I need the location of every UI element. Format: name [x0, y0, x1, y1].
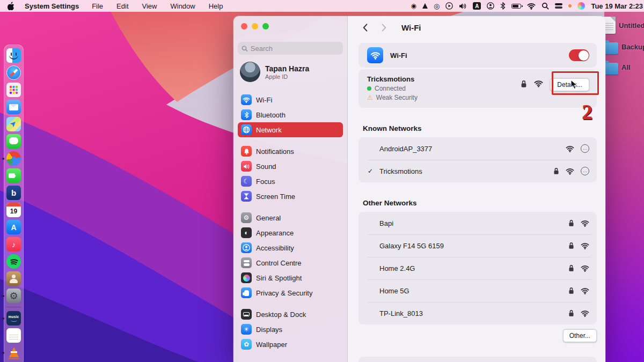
volume-icon[interactable]: [459, 3, 467, 10]
wifi-signal-icon: [581, 220, 589, 227]
settings-content: Wi-Fi Wi-Fi Tricksmotions Connected ⚠ We…: [348, 16, 605, 362]
network-row-galaxy[interactable]: Galaxy F14 5G 6159: [358, 234, 597, 257]
siri-icon[interactable]: [577, 2, 585, 10]
minimize-button[interactable]: [252, 23, 258, 29]
dock-mail-icon[interactable]: [6, 100, 21, 114]
network-row-home5g[interactable]: Home 5G: [358, 279, 597, 302]
dock-system-settings-icon[interactable]: ⚙: [6, 289, 21, 303]
dock-music-icon[interactable]: ♪: [6, 237, 21, 252]
record-icon[interactable]: ◉: [411, 2, 416, 10]
sidebar-item-focus[interactable]: ☾ Focus: [238, 174, 343, 189]
sidebar-item-label: Focus: [256, 178, 275, 186]
wifi-toggle-label: Wi-Fi: [390, 51, 562, 60]
control-center-icon[interactable]: [555, 3, 562, 9]
known-networks-heading: Known Networks: [363, 124, 597, 132]
wifi-icon: [241, 94, 252, 105]
network-row-tricksmotions[interactable]: ✓ Tricksmotions …: [358, 160, 597, 182]
moon-icon: ☾: [241, 176, 252, 187]
dock-vlc-icon[interactable]: [6, 345, 21, 360]
sidebar-item-accessibility[interactable]: Accessibility: [238, 240, 343, 255]
dock-amazon-music-icon[interactable]: music: [6, 311, 21, 326]
forward-button[interactable]: [382, 24, 386, 32]
dock-safari-icon[interactable]: [6, 65, 21, 80]
bluetooth-icon[interactable]: [500, 2, 506, 10]
lock-icon: [568, 264, 574, 272]
dock-facetime-icon[interactable]: [6, 168, 21, 183]
sidebar-item-bluetooth[interactable]: Bluetooth: [238, 107, 343, 122]
user-account-icon[interactable]: [487, 2, 494, 10]
desktop-icon-backup[interactable]: Backup: [602, 40, 644, 54]
dock-launchpad-icon[interactable]: [6, 83, 21, 97]
play-circle-icon[interactable]: [445, 2, 453, 10]
sidebar-item-label: Displays: [256, 326, 282, 334]
menu-bar-left: System Settings File Edit View Window He…: [0, 2, 236, 10]
dock-contacts-icon[interactable]: [6, 271, 21, 286]
search-input[interactable]: [251, 45, 339, 53]
network-row-androidap[interactable]: AndroidAP_3377 …: [358, 137, 597, 160]
menu-file[interactable]: File: [92, 2, 103, 10]
sidebar-item-control-centre[interactable]: Control Centre: [238, 255, 343, 270]
other-network-button[interactable]: Other...: [563, 329, 597, 342]
back-button[interactable]: [363, 24, 368, 32]
network-row-tplink[interactable]: TP-Link_8013: [358, 302, 597, 324]
vlc-cone-icon[interactable]: [422, 3, 428, 9]
sidebar-search[interactable]: [238, 42, 343, 55]
airplay-waves-icon[interactable]: ◎: [434, 2, 440, 10]
network-name: Galaxy F14 5G 6159: [379, 242, 568, 250]
lock-icon: [568, 242, 574, 249]
dock-notes-icon[interactable]: [6, 328, 21, 343]
check-icon: ✓: [368, 167, 379, 175]
sidebar-item-label: Wallpaper: [256, 341, 287, 349]
sidebar-item-general[interactable]: ⚙ General: [238, 210, 343, 225]
sidebar-item-label: Sound: [256, 162, 276, 171]
more-options-icon[interactable]: …: [581, 167, 589, 175]
wifi-status-icon[interactable]: [527, 3, 536, 10]
sidebar-item-desktop-dock[interactable]: Desktop & Dock: [238, 307, 343, 322]
menu-bar-clock[interactable]: Tue 19 Mar 2:23: [591, 2, 643, 10]
apple-id-profile[interactable]: Tapan Hazra Apple ID: [240, 62, 343, 82]
more-options-icon[interactable]: …: [581, 144, 589, 153]
control-centre-icon: [241, 257, 252, 268]
desktop-icon-label: Untitled: [619, 21, 644, 29]
dock-finder-icon[interactable]: [6, 48, 21, 63]
dock-messages-icon[interactable]: [6, 134, 21, 149]
sidebar-item-notifications[interactable]: Notifications: [238, 144, 343, 159]
close-button[interactable]: [241, 23, 247, 29]
wifi-app-icon: [367, 47, 383, 63]
dock-app-store-icon[interactable]: A: [6, 220, 21, 234]
desktop-icon-all[interactable]: All: [602, 60, 644, 75]
battery-icon[interactable]: [511, 4, 521, 9]
sidebar-item-screen-time[interactable]: Screen Time: [238, 189, 343, 204]
menu-window[interactable]: Window: [170, 2, 195, 10]
spotlight-search-icon[interactable]: [541, 2, 549, 10]
desktop-icon-label: All: [621, 63, 631, 71]
system-settings-window: Tapan Hazra Apple ID Wi-Fi Bluetooth Net…: [233, 16, 605, 362]
zoom-button[interactable]: [262, 23, 269, 29]
desktop-icons: Untitled Backup All: [602, 17, 644, 75]
menu-help[interactable]: Help: [209, 2, 223, 10]
app-menu-title[interactable]: System Settings: [25, 2, 79, 10]
input-source-icon[interactable]: A: [473, 2, 481, 10]
apple-menu-icon[interactable]: [8, 2, 16, 10]
sidebar-item-network[interactable]: Network: [238, 122, 343, 137]
dock-chrome-icon[interactable]: [6, 151, 21, 166]
dock-bluemail-icon[interactable]: b: [6, 186, 21, 200]
sidebar-item-displays[interactable]: ☀ Displays: [238, 322, 343, 337]
sidebar-item-wifi[interactable]: Wi-Fi: [238, 92, 343, 107]
wifi-toggle-switch[interactable]: [569, 49, 589, 61]
menu-edit[interactable]: Edit: [116, 2, 128, 10]
desktop-icon-untitled[interactable]: Untitled: [602, 17, 644, 34]
dock-calendar-icon[interactable]: 19: [6, 203, 21, 217]
network-row-bapi[interactable]: Bapi: [358, 212, 597, 234]
sidebar-item-siri-spotlight[interactable]: Siri & Spotlight: [238, 270, 343, 285]
sidebar-item-appearance[interactable]: ◐ Appearance: [238, 225, 343, 240]
sidebar-item-wallpaper[interactable]: ✿ Wallpaper: [238, 337, 343, 352]
window-controls: [238, 23, 343, 29]
sidebar-item-privacy-security[interactable]: Privacy & Security: [238, 285, 343, 300]
menu-view[interactable]: View: [142, 2, 157, 10]
sidebar-item-sound[interactable]: Sound: [238, 159, 343, 174]
dock-maps-icon[interactable]: ➤: [6, 117, 21, 131]
other-networks-heading: Other Networks: [363, 199, 597, 207]
dock-spotify-icon[interactable]: [6, 254, 21, 269]
network-row-home24g[interactable]: Home 2.4G: [358, 257, 597, 279]
